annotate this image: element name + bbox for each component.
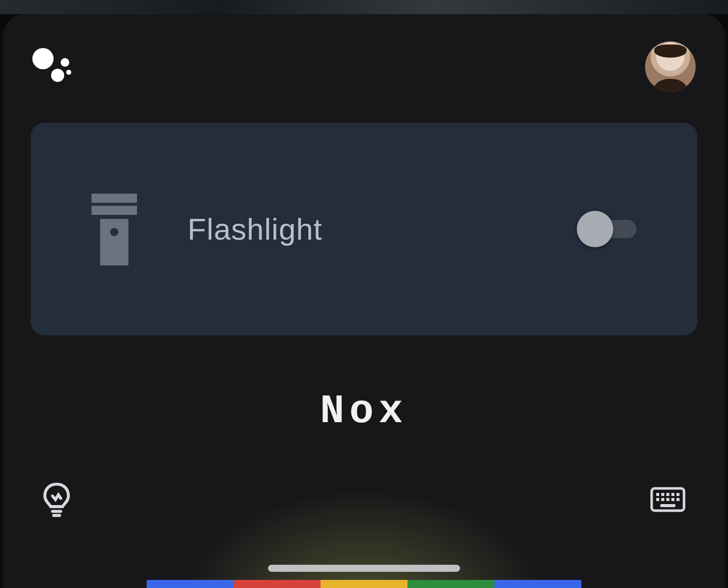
flashlight-toggle[interactable] (577, 215, 636, 243)
header (32, 41, 696, 92)
flashlight-card: Flashlight (31, 123, 697, 335)
svg-rect-3 (656, 493, 659, 496)
assistant-color-bar (147, 580, 581, 588)
svg-rect-8 (656, 498, 659, 501)
svg-rect-9 (661, 498, 664, 501)
assistant-overlay: Flashlight Nox (0, 0, 728, 588)
assistant-panel: Flashlight Nox (3, 14, 725, 588)
svg-rect-11 (671, 498, 674, 501)
svg-rect-6 (671, 493, 674, 496)
svg-rect-13 (660, 504, 675, 507)
svg-rect-5 (666, 493, 669, 496)
profile-avatar[interactable] (645, 41, 696, 92)
svg-rect-4 (661, 493, 664, 496)
svg-rect-12 (676, 498, 679, 501)
keyboard-icon (650, 486, 686, 513)
assistant-logo-icon[interactable] (32, 48, 74, 85)
bottom-toolbar (42, 482, 686, 517)
voice-transcript: Nox (3, 388, 725, 434)
svg-rect-7 (676, 493, 679, 496)
explore-button[interactable] (42, 482, 71, 517)
home-indicator[interactable] (268, 565, 460, 572)
flashlight-icon (92, 194, 137, 264)
lightbulb-icon (42, 482, 71, 517)
svg-rect-10 (666, 498, 669, 501)
background-peek (0, 0, 728, 14)
keyboard-button[interactable] (650, 486, 686, 513)
flashlight-label: Flashlight (188, 212, 577, 247)
